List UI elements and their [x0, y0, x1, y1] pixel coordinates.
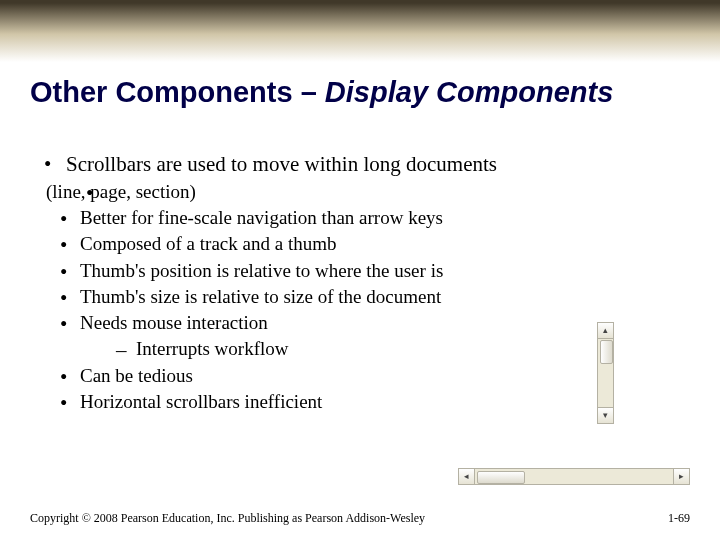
sub-bullet: Interrupts workflow	[80, 336, 680, 362]
top-gradient-band	[0, 0, 720, 62]
bullet-text: Scrollbars are used to move within long …	[66, 152, 497, 176]
bullet-cont-text: (line, page, section)	[46, 179, 680, 205]
bullet-continuation: (line, page, section)	[66, 179, 680, 205]
scroll-right-arrow-icon: ▸	[673, 469, 689, 484]
bullet-text: Needs mouse interaction	[80, 312, 268, 333]
scroll-thumb	[600, 340, 613, 364]
slide: Other Components – Display Components Sc…	[0, 0, 720, 540]
slide-title: Other Components – Display Components	[30, 76, 690, 109]
bullet-text: Horizontal scrollbars inefficient	[80, 391, 322, 412]
horizontal-scrollbar-illustration: ◂ ▸	[458, 468, 690, 485]
slide-number: 1-69	[668, 511, 690, 526]
bullet: Composed of a track and a thumb	[40, 231, 680, 257]
scroll-thumb	[477, 471, 525, 484]
bullet-text: Composed of a track and a thumb	[80, 233, 336, 254]
bullet: Needs mouse interaction Interrupts workf…	[40, 310, 680, 362]
bullet: Thumb's position is relative to where th…	[40, 258, 680, 284]
scroll-down-arrow-icon: ▾	[598, 407, 613, 423]
scroll-left-arrow-icon: ◂	[459, 469, 475, 484]
bullet: Scrollbars are used to move within long …	[40, 150, 680, 205]
scroll-up-arrow-icon: ▴	[598, 323, 613, 339]
copyright-footer: Copyright © 2008 Pearson Education, Inc.…	[30, 511, 425, 526]
bullet: Better for fine-scale navigation than ar…	[40, 205, 680, 231]
title-emphasis: Display Components	[325, 76, 613, 108]
bullet-text: Better for fine-scale navigation than ar…	[80, 207, 443, 228]
bullet: Horizontal scrollbars inefficient	[40, 389, 680, 415]
sub-bullet-text: Interrupts workflow	[136, 338, 289, 359]
slide-body: Scrollbars are used to move within long …	[40, 150, 680, 415]
bullet: Thumb's size is relative to size of the …	[40, 284, 680, 310]
vertical-scrollbar-illustration: ▴ ▾	[597, 322, 614, 424]
bullet: Can be tedious	[40, 363, 680, 389]
bullet-text: Thumb's size is relative to size of the …	[80, 286, 441, 307]
bullet-text: Can be tedious	[80, 365, 193, 386]
bullet-text: Thumb's position is relative to where th…	[80, 260, 443, 281]
title-plain: Other Components –	[30, 76, 325, 108]
